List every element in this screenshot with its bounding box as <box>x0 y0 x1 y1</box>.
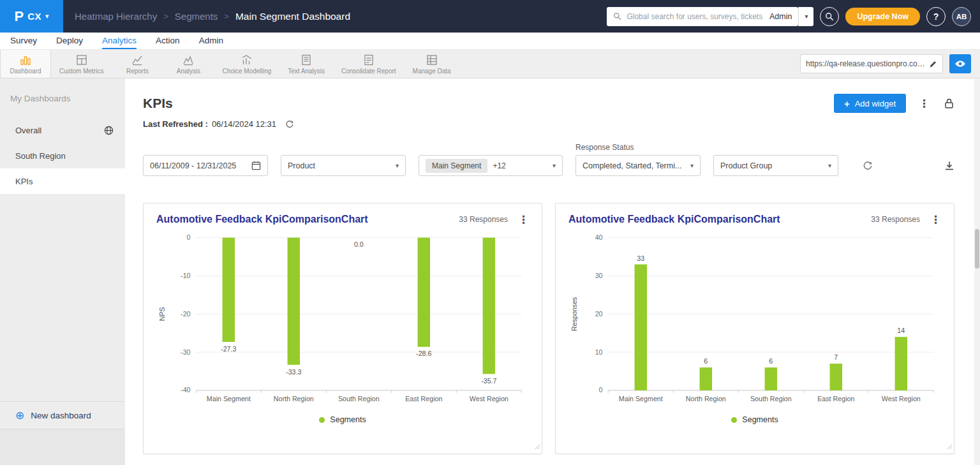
analytics-toolbar: Dashboard Custom Metrics Reports Analysi… <box>0 50 980 78</box>
product-group-filter[interactable]: Product Group ▾ <box>713 155 838 176</box>
sidebar-item-label: South Region <box>15 151 66 161</box>
kebab-menu-icon[interactable]: ⋮ <box>930 214 941 225</box>
sidebar-item-label: KPIs <box>15 177 33 186</box>
product-name: CX <box>27 11 41 22</box>
toolbar-item-text-analysis[interactable]: Text Analysis <box>279 50 333 78</box>
widget-title: Automotive Feedback KpiComparisonChart <box>156 214 368 225</box>
date-range-filter[interactable]: 06/11/2009 - 12/31/2025 <box>143 155 268 176</box>
response-status-filter[interactable]: Completed, Started, Termi... ▾ <box>575 155 701 176</box>
svg-text:0: 0 <box>187 233 191 241</box>
breadcrumb-item-heatmap-hierarchy[interactable]: Heatmap Hierarchy <box>75 11 157 22</box>
tab-deploy[interactable]: Deploy <box>56 33 83 49</box>
toolbar-item-choice-modelling[interactable]: Choice Modelling <box>214 50 279 78</box>
toolbar-item-reports[interactable]: Reports <box>112 50 163 78</box>
svg-text:Main Segment: Main Segment <box>619 395 663 402</box>
search-scope[interactable]: Admin <box>769 12 792 21</box>
toolbar-item-label: Dashboard <box>10 68 41 75</box>
chevron-down-icon: ▾ <box>553 162 556 169</box>
svg-text:-40: -40 <box>181 386 191 394</box>
svg-text:South Region: South Region <box>338 395 380 402</box>
toolbar-item-label: Reports <box>126 68 149 75</box>
breadcrumb-item-segments[interactable]: Segments <box>175 11 218 22</box>
svg-text:East Region: East Region <box>405 395 442 402</box>
tab-action[interactable]: Action <box>156 33 180 49</box>
dashboard-icon <box>19 54 32 66</box>
product-filter-value: Product <box>288 161 390 170</box>
resize-handle[interactable] <box>947 441 953 452</box>
toolbar-item-analysis[interactable]: Analysis <box>163 50 214 78</box>
calendar-icon <box>251 161 261 170</box>
download-icon[interactable] <box>944 161 954 171</box>
legend-label: Segments <box>330 415 366 424</box>
dashboard-url: https://qa-release.questionpro.com/ <box>806 59 925 68</box>
search-submit-button[interactable] <box>820 7 839 26</box>
preview-button[interactable] <box>949 54 971 73</box>
svg-text:-28.6: -28.6 <box>416 350 431 357</box>
svg-text:-33.3: -33.3 <box>286 368 301 376</box>
segment-chip[interactable]: Main Segment <box>426 159 487 173</box>
chart-legend[interactable]: Segments <box>156 415 529 424</box>
segment-more-count: +12 <box>493 161 505 170</box>
chevron-down-icon: ▾ <box>690 162 694 169</box>
upgrade-button[interactable]: Upgrade Now <box>845 8 920 26</box>
toolbar-item-label: Manage Data <box>413 68 451 75</box>
choice-modelling-icon <box>241 54 253 66</box>
sidebar-title: My Dashboards <box>0 78 125 117</box>
search-scope-dropdown[interactable]: ▾ <box>798 7 813 26</box>
search-icon <box>613 12 621 20</box>
sidebar-item-label: Overall <box>15 126 41 135</box>
eye-icon <box>954 60 966 68</box>
toolbar-item-label: Analysis <box>177 68 200 75</box>
svg-text:6: 6 <box>769 357 773 365</box>
svg-text:33: 33 <box>637 255 644 262</box>
add-widget-button[interactable]: + Add widget <box>834 94 906 113</box>
sidebar-item-overall[interactable]: Overall <box>0 117 125 143</box>
tab-analytics[interactable]: Analytics <box>102 33 137 49</box>
global-search[interactable]: Admin <box>607 7 798 26</box>
chevron-down-icon: ▾ <box>828 162 831 169</box>
responses-bar-chart: 010203040Responses33Main Segment6North R… <box>568 228 941 414</box>
toolbar-item-dashboard[interactable]: Dashboard <box>0 50 51 78</box>
toolbar-item-custom-metrics[interactable]: Custom Metrics <box>51 50 112 78</box>
refresh-icon[interactable] <box>285 120 294 129</box>
chart-legend[interactable]: Segments <box>568 415 941 424</box>
tab-admin[interactable]: Admin <box>199 33 223 49</box>
last-refreshed-label: Last Refreshed : <box>143 119 208 129</box>
responses-count: 33 Responses <box>871 215 920 224</box>
tab-survey[interactable]: Survey <box>10 33 37 49</box>
global-search-input[interactable] <box>627 12 764 21</box>
svg-text:14: 14 <box>897 327 905 334</box>
refresh-filters-icon[interactable] <box>863 161 873 171</box>
questionpro-logo: P <box>14 8 24 25</box>
lock-icon[interactable] <box>944 98 954 109</box>
sidebar-item-south-region[interactable]: South Region <box>0 143 125 168</box>
new-dashboard-button[interactable]: ⊕ New dashboard <box>0 401 125 429</box>
analysis-icon <box>182 54 195 66</box>
widget-card-nps: Automotive Feedback KpiComparisonChart 3… <box>143 203 542 454</box>
breadcrumb-current: Main Segment Dashboard <box>235 11 350 22</box>
app-logo[interactable]: P CX ▾ <box>0 0 63 33</box>
toolbar-item-manage-data[interactable]: Manage Data <box>405 50 459 78</box>
svg-text:40: 40 <box>595 233 603 241</box>
dashboard-content: KPIs + Add widget ⋮ Last Refreshed : 06/… <box>125 78 980 465</box>
toolbar-item-label: Custom Metrics <box>59 68 103 75</box>
plus-circle-icon: ⊕ <box>15 410 24 421</box>
resize-handle[interactable] <box>535 441 540 452</box>
widgets-row: Automotive Feedback KpiComparisonChart 3… <box>143 203 954 454</box>
svg-text:0: 0 <box>599 386 603 394</box>
svg-text:Main Segment: Main Segment <box>207 395 251 402</box>
dashboard-url-box[interactable]: https://qa-release.questionpro.com/ <box>800 54 943 73</box>
toolbar-item-consolidate-report[interactable]: Consolidate Report <box>333 50 405 78</box>
segment-filter[interactable]: Main Segment +12 ▾ <box>419 155 563 176</box>
response-status-value: Completed, Started, Termi... <box>583 161 685 170</box>
scrollbar-thumb[interactable] <box>975 229 979 269</box>
sidebar-item-kpis[interactable]: KPIs <box>0 168 125 194</box>
avatar[interactable]: AB <box>952 7 971 26</box>
scrollbar[interactable] <box>974 78 980 465</box>
kebab-menu-icon[interactable]: ⋮ <box>919 98 930 109</box>
kebab-menu-icon[interactable]: ⋮ <box>518 214 529 225</box>
help-button[interactable]: ? <box>926 7 946 26</box>
product-group-value: Product Group <box>720 161 823 170</box>
product-filter[interactable]: Product ▾ <box>281 155 406 176</box>
edit-icon[interactable] <box>929 60 937 68</box>
